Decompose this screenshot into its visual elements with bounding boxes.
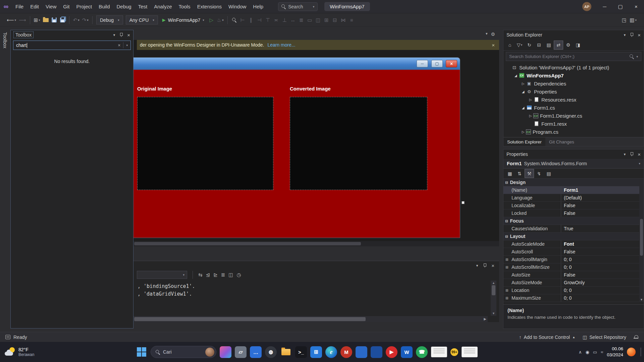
maximize-button[interactable]: ▢	[612, 0, 628, 13]
pin-icon[interactable]	[630, 33, 634, 37]
menu-edit[interactable]: Edit	[27, 0, 42, 13]
tab-git-changes[interactable]: Git Changes	[545, 137, 578, 146]
form1-design-view[interactable]: ─ ▢ × Original Image Converted Image	[133, 57, 460, 238]
minimize-button[interactable]: ─	[597, 0, 612, 13]
align-bottom-icon[interactable]: ⊥	[280, 15, 289, 24]
navigate-back-button[interactable]: ⟵▾	[5, 15, 17, 24]
sync-with-active-document-icon[interactable]: ⇄	[554, 41, 563, 49]
chevron-down-icon[interactable]: ▾	[126, 44, 128, 47]
tree-item-dependencies[interactable]: ▷▣Dependencies	[503, 79, 644, 87]
properties-icon[interactable]: ⚒	[525, 169, 534, 178]
align-top-icon[interactable]: ⊤	[264, 15, 272, 24]
taskbar-app-file-explorer[interactable]	[280, 346, 292, 358]
hidden-icons-chevron[interactable]: ∧	[579, 350, 582, 355]
tab-order-icon[interactable]: ⋈	[339, 15, 347, 24]
properties-scrollbar[interactable]: ▼	[639, 179, 644, 302]
scroll-right-icon[interactable]: ▶	[484, 317, 486, 321]
property-row-causesvalidation[interactable]: CausesValidationTrue	[503, 225, 639, 233]
property-pages-icon[interactable]: ▤	[544, 169, 553, 178]
filter-icon[interactable]: ▽▾	[515, 41, 524, 49]
property-value[interactable]: Font	[561, 240, 639, 248]
properties-icon[interactable]: ⚙	[564, 41, 573, 49]
scroll-down-icon[interactable]: ▼	[639, 298, 644, 301]
align-left-icon[interactable]: ⊢	[238, 15, 247, 24]
taskbar-app-play[interactable]: ▶	[386, 346, 397, 358]
save-all-button[interactable]	[58, 15, 67, 24]
tree-item-properties-folder[interactable]: ◢⚙Properties	[503, 87, 644, 96]
close-button[interactable]: ×	[628, 0, 644, 13]
tree-item-form1-resx[interactable]: Form1.resx	[503, 120, 644, 128]
collapse-icon[interactable]: ⊟	[505, 219, 508, 223]
taskbar-app-window[interactable]: ▱	[235, 346, 247, 358]
property-category-layout[interactable]: ⊟Layout	[503, 233, 639, 240]
form-resize-handle[interactable]	[462, 201, 465, 204]
output-vertical-scrollbar[interactable]: ▲ ▼	[491, 281, 496, 316]
close-icon[interactable]: ×	[491, 263, 494, 268]
increase-spacing-icon[interactable]: ⊞	[322, 15, 331, 24]
menu-window[interactable]: Window	[225, 0, 250, 13]
original-picturebox[interactable]	[137, 97, 273, 190]
property-value[interactable]: (Default)	[561, 194, 639, 201]
property-row-language[interactable]: Language(Default)	[503, 194, 639, 202]
same-width-icon[interactable]: ↔	[289, 15, 297, 24]
property-row-locked[interactable]: LockedFalse	[503, 209, 639, 217]
taskbar-app-word[interactable]: W	[401, 346, 413, 358]
taskbar-app-chat[interactable]: …	[250, 346, 262, 358]
property-row-autoscroll[interactable]: AutoScrollFalse	[503, 248, 639, 256]
learn-more-link[interactable]: Learn more...	[267, 42, 295, 48]
tree-item-form1-designer-cs[interactable]: ▷C#Form1.Designer.cs	[503, 112, 644, 120]
pin-icon[interactable]	[483, 263, 487, 268]
pane-dropdown-icon[interactable]: ▾	[476, 263, 478, 268]
property-value[interactable]: GrowOnly	[561, 279, 639, 286]
converted-picturebox[interactable]	[290, 97, 427, 190]
alphabetical-icon[interactable]: ⇅	[515, 169, 524, 178]
property-value[interactable]: Form1	[561, 186, 639, 194]
weather-widget[interactable]: 82°F Berawan	[5, 342, 34, 362]
taskbar-app-shield[interactable]: M	[340, 346, 352, 358]
property-row-location[interactable]: ⊞Location0; 0	[503, 287, 639, 294]
navigate-forward-button[interactable]: ⟶	[17, 15, 28, 24]
taskbar-app-blue[interactable]	[356, 346, 367, 358]
chevron-down-icon[interactable]: ▾	[624, 152, 626, 157]
background-tasks-icon[interactable]	[5, 335, 10, 339]
property-value[interactable]: False	[561, 202, 639, 209]
switch-views-icon[interactable]: ⌂	[505, 41, 514, 49]
property-category-design[interactable]: ⊟Design	[503, 179, 639, 186]
align-middle-icon[interactable]: ≍	[272, 15, 280, 24]
expand-arrow-open-icon[interactable]: ◢	[513, 74, 519, 77]
solution-explorer-search-input[interactable]: Search Solution Explorer (Ctrl+;) ▾	[506, 52, 641, 61]
output-content[interactable]: , 'bindingSource1'., 'dataGridView1'.	[133, 280, 488, 316]
scrollbar-thumb[interactable]	[492, 285, 495, 295]
lock-controls-icon[interactable]: ≡	[347, 15, 356, 24]
property-value[interactable]: True	[561, 225, 639, 232]
same-height-icon[interactable]: ≣	[297, 15, 306, 24]
next-message-icon[interactable]: ⊵	[213, 272, 218, 278]
toolbar-overflow-button[interactable]: ▥▾	[628, 15, 638, 24]
close-icon[interactable]: ×	[492, 42, 495, 48]
chevron-down-icon[interactable]: ▾	[624, 33, 626, 37]
property-value[interactable]: False	[561, 248, 639, 255]
property-row-maximumsize[interactable]: ⊞MaximumSize0; 0	[503, 294, 639, 302]
start-without-debugging-button[interactable]: ▷	[207, 15, 216, 24]
taskbar-search-box[interactable]: Cari	[151, 346, 216, 358]
collapse-icon[interactable]: ⊟	[505, 235, 508, 238]
taskbar-app-colorful[interactable]	[220, 346, 231, 358]
expand-arrow-open-icon[interactable]: ◢	[520, 106, 526, 110]
taskbar-app-phone[interactable]: ☎	[416, 346, 428, 358]
property-row-name[interactable]: (Name)Form1	[503, 186, 639, 194]
align-center-icon[interactable]: ∥	[247, 15, 255, 24]
taskbar-app-terminal[interactable]: >_	[295, 346, 307, 358]
menu-file[interactable]: File	[12, 0, 27, 13]
converted-image-label[interactable]: Converted Image	[290, 86, 331, 92]
menu-tools[interactable]: Tools	[175, 0, 194, 13]
property-category-focus[interactable]: ⊟Focus	[503, 217, 639, 225]
menu-git[interactable]: Git	[60, 0, 73, 13]
new-project-button[interactable]: ⊞▾	[33, 15, 42, 24]
original-image-label[interactable]: Original Image	[137, 86, 172, 92]
menu-debug[interactable]: Debug	[113, 0, 135, 13]
align-right-icon[interactable]: ⊣	[255, 15, 264, 24]
timestamp-icon[interactable]: ◷	[237, 272, 241, 278]
close-icon[interactable]: ×	[638, 152, 641, 157]
select-repository-button[interactable]: ◫ Select Repository	[583, 335, 626, 340]
previous-message-icon[interactable]: ⊴	[206, 272, 210, 278]
